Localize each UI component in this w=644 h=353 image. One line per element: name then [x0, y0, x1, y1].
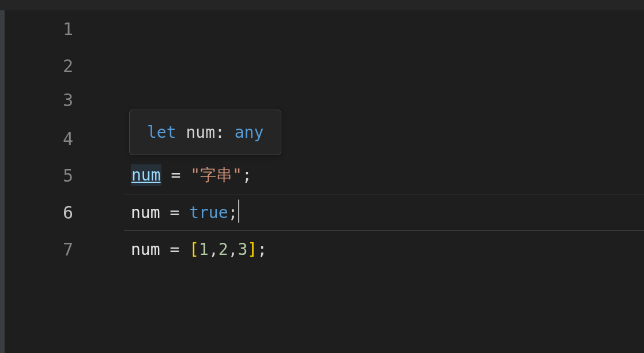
line-number: 6	[7, 202, 91, 223]
code-content[interactable]	[91, 20, 644, 39]
code-line[interactable]: 4	[7, 115, 644, 157]
code-line[interactable]: 2	[7, 47, 644, 84]
number-token: 3	[238, 240, 247, 259]
comma-token: ,	[228, 240, 238, 259]
semicolon-token: ;	[228, 203, 238, 222]
semicolon-token: ;	[242, 166, 252, 185]
code-line[interactable]: 7 num = [1,2,3];	[7, 231, 644, 268]
operator-token: =	[161, 166, 191, 185]
variable-token: num	[131, 203, 160, 222]
code-content[interactable]: num = [1,2,3];	[91, 240, 644, 259]
editor-top-bar	[0, 0, 644, 10]
operator-token: =	[160, 203, 190, 222]
comma-token: ,	[209, 240, 219, 259]
code-content[interactable]	[91, 91, 644, 110]
tooltip-type: any	[235, 123, 264, 142]
bracket-token: ]	[247, 240, 257, 259]
code-line[interactable]: 1	[7, 10, 644, 47]
line-number: 4	[7, 129, 91, 149]
hover-variable[interactable]: num	[131, 164, 161, 186]
line-number: 3	[7, 90, 91, 110]
boolean-token: true	[189, 203, 228, 222]
tooltip-identifier: num	[186, 123, 215, 142]
tooltip-keyword: let	[147, 123, 176, 142]
code-line[interactable]: 5 num = "字串";	[7, 157, 644, 194]
editor-left-strip	[0, 10, 5, 353]
line-number: 5	[7, 166, 91, 186]
code-content[interactable]: num = "字串";	[91, 164, 644, 186]
string-token: "字串"	[190, 166, 242, 185]
line-number: 2	[7, 56, 91, 76]
line-number: 7	[7, 239, 91, 260]
tooltip-colon: :	[215, 123, 235, 142]
semicolon-token: ;	[257, 240, 267, 259]
number-token: 1	[199, 240, 209, 259]
code-content[interactable]: num = true;	[91, 194, 644, 231]
code-line[interactable]: 3	[7, 84, 644, 115]
text-cursor	[238, 200, 239, 223]
code-content[interactable]	[91, 57, 644, 76]
operator-token: =	[160, 240, 190, 259]
variable-token: num	[131, 240, 160, 259]
bracket-token: [	[189, 240, 199, 259]
code-editor[interactable]: 1 2 3 4 5 num = "字串"; 6 num = true; 7 nu…	[7, 10, 644, 353]
line-number: 1	[7, 19, 91, 39]
code-line[interactable]: 6 num = true;	[7, 194, 644, 231]
number-token: 2	[219, 240, 228, 259]
hover-tooltip: let num: any	[129, 110, 281, 155]
